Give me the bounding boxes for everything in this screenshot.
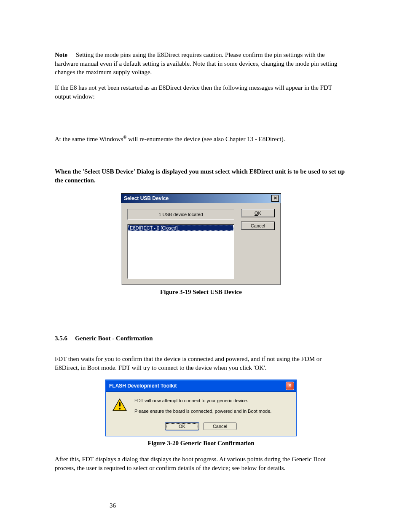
text: ancel [254, 223, 265, 228]
figure-caption: Figure 3-20 Generic Boot Confirmation [55, 439, 347, 448]
dialog-title: Select USB Device [124, 195, 169, 201]
note-paragraph: NoteSetting the mode pins using the E8Di… [55, 51, 347, 77]
body-paragraph: If the E8 has not yet been restarted as … [55, 83, 347, 101]
section-title: Generic Boot - Confirmation [75, 335, 153, 342]
ok-button[interactable]: OK [165, 422, 199, 430]
body-paragraph: At the same time Windows® will re-enumer… [55, 134, 347, 144]
message-line: FDT will now attempt to connect to your … [134, 398, 271, 404]
dialog-titlebar: FLASH Development Toolkit × [106, 380, 296, 392]
dialog-title: FLASH Development Toolkit [109, 383, 177, 389]
select-usb-device-dialog: Select USB Device ✕ 1 USB device located… [121, 193, 281, 285]
svg-point-2 [119, 408, 121, 409]
close-icon[interactable]: × [286, 382, 294, 390]
cancel-button[interactable]: Cancel [203, 422, 237, 430]
body-paragraph: After this, FDT displays a dialog that d… [55, 455, 347, 472]
section-number: 3.5.6 [55, 334, 75, 343]
text: C [251, 223, 254, 228]
ok-button[interactable]: OK [241, 209, 275, 217]
warning-icon [113, 398, 127, 411]
svg-rect-1 [119, 402, 121, 406]
text: K [258, 211, 261, 216]
body-paragraph: FDT then waits for you to confirm that t… [55, 355, 347, 372]
message-line: Please ensure the board is connected, po… [134, 408, 271, 414]
device-count-label: 1 USB device located [127, 209, 234, 220]
generic-boot-confirmation-dialog: FLASH Development Toolkit × FDT will now… [105, 380, 297, 436]
instruction-paragraph: When the 'Select USB Device' Dialog is d… [55, 167, 347, 184]
page-number: 36 [110, 502, 116, 509]
list-item[interactable]: E8DIRECT - 0 [Closed] [128, 225, 233, 231]
note-label: Note [55, 51, 76, 58]
text: will re-enumerate the device (see also C… [126, 136, 285, 142]
note-text: Setting the mode pins using the E8Direct… [55, 51, 338, 75]
figure-caption: Figure 3-19 Select USB Device [55, 288, 347, 297]
text: O [255, 211, 258, 216]
section-heading: 3.5.6Generic Boot - Confirmation [55, 334, 347, 343]
close-icon[interactable]: ✕ [271, 195, 279, 202]
dialog-titlebar: Select USB Device ✕ [121, 194, 281, 203]
usb-device-listbox[interactable]: E8DIRECT - 0 [Closed] [127, 224, 234, 279]
text: At the same time Windows [55, 136, 123, 142]
cancel-button[interactable]: Cancel [241, 222, 275, 230]
